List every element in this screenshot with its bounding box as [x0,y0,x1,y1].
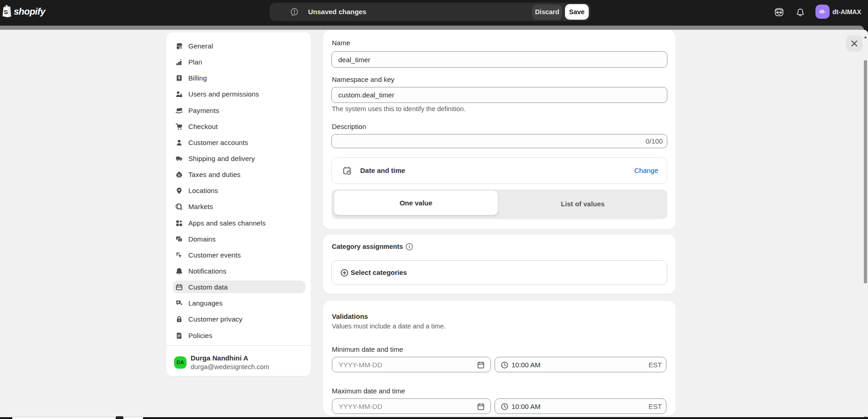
svg-text:A: A [177,300,180,304]
svg-text:$: $ [180,207,182,211]
svg-text:$: $ [178,75,180,80]
